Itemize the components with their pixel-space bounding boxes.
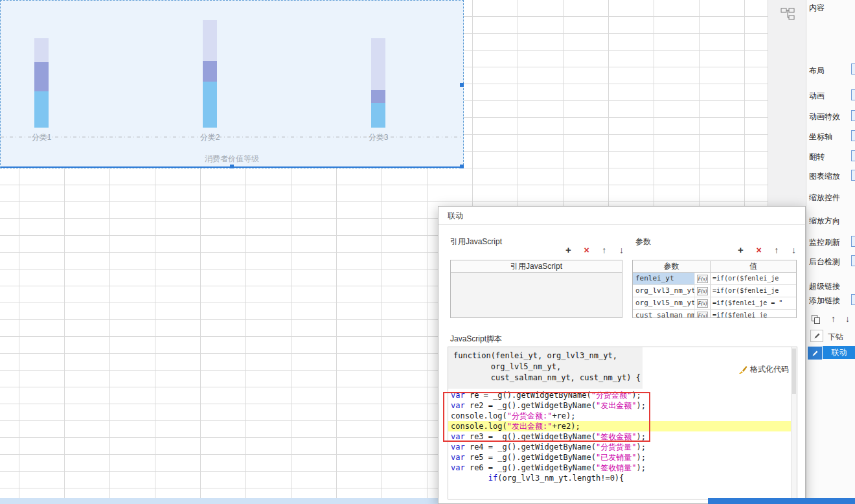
stacked-bar — [371, 38, 385, 128]
param-value-cell[interactable]: =if(or($fenlei_je — [711, 285, 796, 297]
params-section-label: 参数 — [635, 236, 651, 247]
panel-item-hyperlink[interactable]: 超级链接 — [809, 281, 840, 292]
script-section-label: JavaScript脚本 — [450, 334, 502, 345]
bottom-blue-bar — [708, 498, 855, 504]
category-label: 分类2 — [200, 132, 220, 143]
bar-segment — [203, 61, 217, 82]
bar-segment — [203, 82, 217, 128]
refjs-toolbar: + × ↑ ↓ — [565, 246, 624, 255]
code-line[interactable]: var re4 = _g().getWidgetByName("分货货量"); — [448, 442, 791, 452]
move-down-icon[interactable]: ↓ — [845, 314, 850, 324]
hierarchy-icon[interactable] — [781, 8, 795, 21]
panel-item-animation-fx[interactable]: 动画特效 — [809, 111, 840, 122]
panel-edge-control[interactable] — [851, 255, 855, 266]
param-name-cell[interactable]: org_lvl5_nm_yt — [633, 297, 695, 309]
bar-segment — [371, 38, 385, 90]
move-up-icon[interactable]: ↑ — [831, 314, 836, 324]
drill-row: 下钻 — [806, 329, 855, 343]
refjs-move-down-button[interactable]: ↓ — [619, 246, 624, 255]
panel-edge-control[interactable] — [851, 294, 855, 305]
pencil-icon — [812, 350, 819, 357]
panel-edge-control[interactable] — [851, 236, 855, 247]
fx-button[interactable]: F(x) — [695, 297, 711, 309]
param-name-cell[interactable]: org_lvl3_nm_yt — [633, 285, 695, 297]
code-line[interactable]: var re = _g().getWidgetByName("分货金额"); — [448, 390, 791, 400]
code-scrollbar[interactable] — [791, 347, 797, 499]
param-row[interactable]: org_lvl3_nm_ytF(x)=if(or($fenlei_je — [633, 285, 796, 297]
param-value-cell[interactable]: =if(or($fenlei_je — [711, 273, 796, 284]
fx-button[interactable]: F(x) — [695, 310, 711, 318]
param-row[interactable]: fenlei_ytF(x)=if(or($fenlei_je — [633, 273, 796, 285]
bar-segment — [34, 38, 49, 62]
panel-edge-control[interactable] — [851, 63, 855, 74]
params-toolbar: + × ↑ ↓ — [738, 246, 796, 255]
panel-edge-control[interactable] — [851, 170, 855, 181]
panel-item-axis[interactable]: 坐标轴 — [809, 132, 832, 143]
param-row[interactable]: cust_salman_nm_ytF(x)=if($fenlei_je — [633, 310, 796, 318]
panel-item-zoom-control[interactable]: 缩放控件 — [809, 192, 840, 203]
params-move-down-button[interactable]: ↓ — [792, 246, 796, 255]
format-code-label: 格式化代码 — [750, 364, 789, 375]
fx-button[interactable]: F(x) — [695, 273, 711, 284]
code-line[interactable]: console.log("分货金额:"+re); — [448, 411, 791, 421]
scrollbar-thumb[interactable] — [792, 349, 796, 394]
param-name-cell[interactable]: cust_salman_nm_yt — [633, 310, 695, 318]
code-lines[interactable]: var re = _g().getWidgetByName("分货金额");va… — [448, 390, 791, 483]
linkage-label[interactable]: 联动 — [823, 346, 855, 359]
panel-item-chart-zoom[interactable]: 图表缩放 — [809, 171, 840, 182]
panel-item-content[interactable]: 内容 — [809, 3, 825, 14]
stacked-bar — [34, 38, 49, 128]
params-table[interactable]: 参数 值 fenlei_ytF(x)=if(or($fenlei_jeorg_l… — [632, 260, 797, 318]
copy-icon[interactable] — [812, 315, 821, 325]
params-move-up-button[interactable]: ↑ — [774, 246, 779, 255]
resize-handle-right[interactable] — [460, 83, 464, 87]
linkage-edit-button[interactable] — [808, 347, 822, 360]
resize-handle-bottom-right[interactable] — [460, 165, 464, 168]
code-line[interactable]: var re3 = _g().getWidgetByName("签收金额"); — [448, 431, 791, 442]
code-editor[interactable]: function(fenlei_yt, org_lvl3_nm_yt, org_… — [448, 347, 797, 499]
params-add-button[interactable]: + — [738, 246, 744, 255]
panel-item-zoom-direction[interactable]: 缩放方向 — [809, 216, 840, 227]
pencil-icon — [814, 332, 821, 339]
function-signature: function(fenlei_yt, org_lvl3_nm_yt, org_… — [448, 347, 643, 389]
panel-item-animation[interactable]: 动画 — [809, 91, 825, 102]
params-table-body: fenlei_ytF(x)=if(or($fenlei_jeorg_lvl3_n… — [633, 273, 796, 318]
panel-edge-control[interactable] — [851, 150, 855, 161]
drill-label[interactable]: 下钻 — [828, 332, 843, 343]
chart-title: 消费者价值等级 — [1, 154, 463, 165]
panel-edge-control[interactable] — [851, 89, 855, 100]
refjs-move-up-button[interactable]: ↑ — [602, 246, 606, 255]
panel-item-add-link[interactable]: 添加链接 — [809, 295, 840, 306]
refjs-add-button[interactable]: + — [565, 246, 571, 255]
param-row[interactable]: org_lvl5_nm_ytF(x)=if($fenlei_je = " — [633, 297, 796, 310]
app-canvas: 分类1分类2分类3 消费者价值等级 内容 布局 动画 动画特效 坐标轴 翻转 图… — [0, 0, 855, 504]
format-code-button[interactable]: 格式化代码 — [738, 364, 789, 375]
code-line[interactable]: var re6 = _g().getWidgetByName("签收销量"); — [448, 463, 791, 473]
refjs-delete-button[interactable]: × — [584, 246, 589, 255]
code-line[interactable]: var re5 = _g().getWidgetByName("已发销量"); — [448, 452, 791, 463]
linkage-dialog: 联动 引用JavaScript + × ↑ ↓ 引用JavaScript 参数 … — [438, 206, 806, 504]
panel-item-flip[interactable]: 翻转 — [809, 152, 825, 163]
category-label: 分类1 — [32, 132, 52, 143]
panel-item-monitor-refresh[interactable]: 监控刷新 — [809, 237, 840, 248]
panel-edge-control[interactable] — [851, 110, 855, 121]
panel-item-layout[interactable]: 布局 — [809, 65, 825, 76]
param-value-cell[interactable]: =if($fenlei_je = " — [711, 297, 796, 309]
code-line[interactable]: console.log("发出金额:"+re2); — [448, 421, 791, 431]
param-name-cell[interactable]: fenlei_yt — [633, 273, 695, 284]
params-delete-button[interactable]: × — [756, 246, 761, 255]
bar-segment — [34, 91, 49, 128]
refjs-table[interactable]: 引用JavaScript — [450, 260, 622, 318]
panel-item-backend-detect[interactable]: 后台检测 — [809, 257, 840, 268]
panel-edge-control[interactable] — [851, 130, 855, 141]
param-value-cell[interactable]: =if($fenlei_je — [711, 310, 796, 318]
fx-button[interactable]: F(x) — [695, 285, 711, 297]
code-line[interactable]: var re2 = _g().getWidgetByName("发出金额"); — [448, 400, 791, 411]
chart-widget[interactable]: 分类1分类2分类3 消费者价值等级 — [0, 0, 464, 168]
drill-edit-button[interactable] — [810, 330, 823, 342]
category-label: 分类3 — [369, 132, 389, 143]
resize-handle-bottom-middle[interactable] — [230, 165, 234, 168]
format-brush-icon — [738, 365, 747, 374]
code-line[interactable]: if(org_lvl3_nm_yt.length!=0){ — [448, 473, 791, 483]
selected-row-strip — [0, 498, 440, 504]
